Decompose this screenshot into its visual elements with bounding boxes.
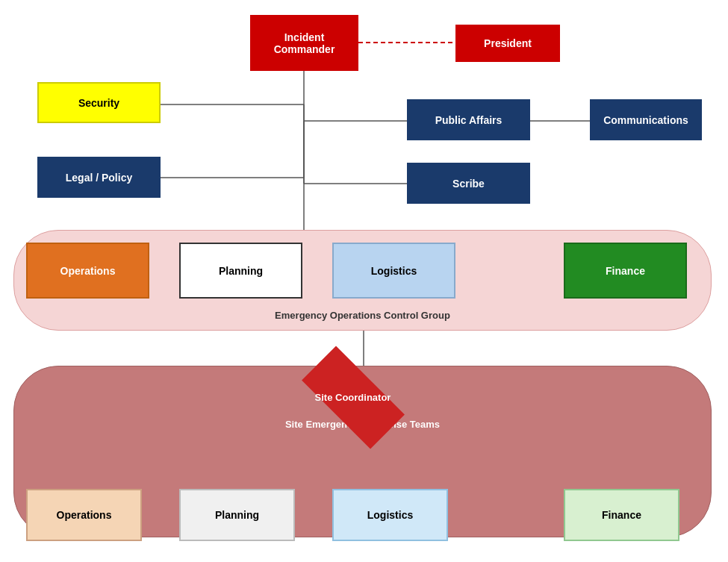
operations-eoc-box: Operations [26, 243, 149, 299]
site-coordinator-wrap: Site Coordinator [295, 369, 411, 425]
legal-policy-label: Legal / Policy [66, 172, 132, 184]
logistics-sert-label: Logistics [367, 509, 413, 521]
scribe-label: Scribe [452, 178, 485, 190]
communications-label: Communications [603, 114, 688, 126]
org-chart: IncidentCommander President Security Leg… [0, 0, 728, 562]
president-box: President [455, 25, 560, 62]
operations-sert-box: Operations [26, 489, 142, 541]
planning-eoc-box: Planning [179, 243, 302, 299]
planning-eoc-label: Planning [219, 265, 263, 277]
communications-box: Communications [590, 99, 702, 140]
operations-eoc-label: Operations [60, 265, 116, 277]
finance-sert-box: Finance [564, 489, 679, 541]
finance-eoc-box: Finance [564, 243, 687, 299]
operations-sert-label: Operations [57, 509, 112, 521]
public-affairs-box: Public Affairs [407, 99, 530, 140]
planning-sert-label: Planning [215, 509, 259, 521]
security-box: Security [37, 82, 161, 123]
eoc-group-label: Emergency Operations Control Group [14, 310, 711, 321]
logistics-sert-box: Logistics [332, 489, 448, 541]
logistics-eoc-box: Logistics [332, 243, 455, 299]
logistics-eoc-label: Logistics [371, 265, 417, 277]
legal-policy-box: Legal / Policy [37, 157, 161, 198]
finance-sert-label: Finance [602, 509, 641, 521]
scribe-box: Scribe [407, 163, 530, 204]
finance-eoc-label: Finance [606, 265, 645, 277]
incident-commander-label: IncidentCommander [274, 31, 335, 55]
public-affairs-label: Public Affairs [435, 114, 503, 126]
president-label: President [484, 37, 532, 49]
incident-commander-box: IncidentCommander [250, 15, 358, 71]
security-label: Security [78, 97, 119, 109]
planning-sert-box: Planning [179, 489, 295, 541]
site-coordinator-label: Site Coordinator [315, 392, 391, 403]
